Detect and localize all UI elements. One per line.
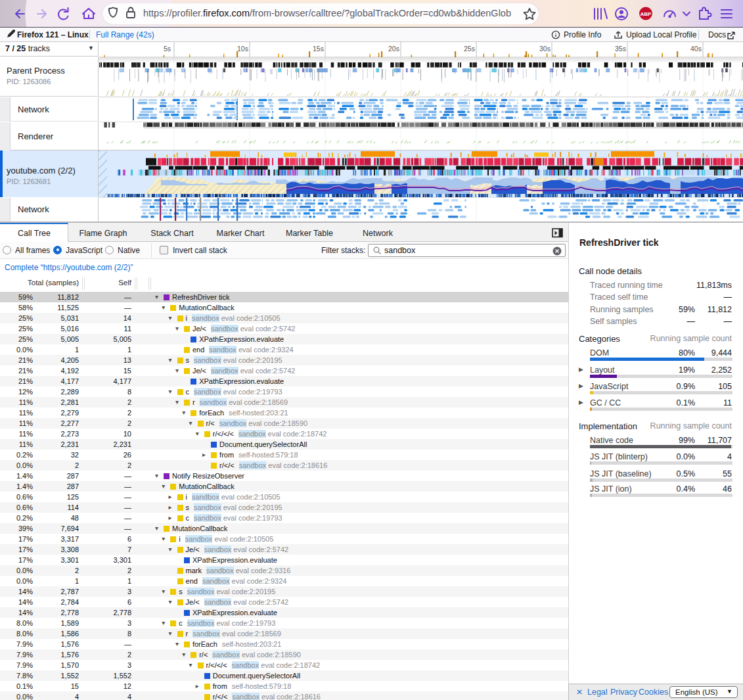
svg-text:ABP: ABP: [641, 11, 652, 17]
